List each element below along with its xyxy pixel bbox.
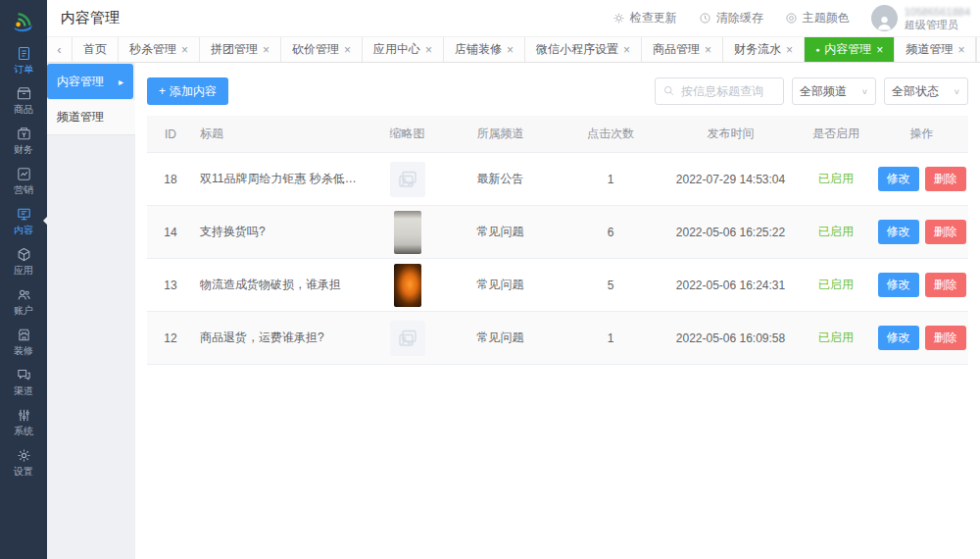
clear-cache-button[interactable]: 清除缓存	[699, 10, 763, 26]
col-channel: 所属频道	[444, 126, 557, 142]
close-tab-icon[interactable]: ×	[263, 43, 270, 57]
logo-signal-icon	[11, 7, 36, 32]
delete-button[interactable]: 删除	[925, 220, 966, 244]
close-tab-icon[interactable]: ×	[705, 43, 711, 57]
sidebar-item-marketing[interactable]: 营销	[0, 160, 47, 200]
sidebar-item-finance[interactable]: 财务	[0, 120, 47, 160]
tab-content-management[interactable]: ●内容管理×	[805, 37, 895, 62]
tabs-scroll-right-icon[interactable]: ›	[976, 37, 980, 62]
channel-filter-select[interactable]: 全部频道 ∨	[792, 77, 876, 105]
sidebar-item-system[interactable]: 系统	[0, 401, 47, 441]
app-logo[interactable]	[0, 0, 47, 39]
sidebar-item-label: 订单	[14, 64, 33, 75]
finance-wallet-icon	[16, 126, 32, 142]
edit-button[interactable]: 修改	[878, 273, 919, 297]
cell-actions: 修改 删除	[875, 326, 968, 350]
status-badge: 已启用	[797, 171, 875, 187]
tab-bargain[interactable]: 砍价管理×	[281, 37, 363, 62]
user-menu[interactable]: 10586561884 超级管理员	[871, 5, 970, 31]
cell-id: 18	[147, 173, 194, 186]
cell-id: 12	[147, 331, 194, 345]
table-header-row: ID 标题 缩略图 所属频道 点击次数 发布时间 是否启用 操作	[147, 116, 968, 153]
thumbnail-image-product	[394, 264, 421, 307]
sidebar-item-label: 商品	[14, 104, 33, 115]
clock-icon	[699, 12, 711, 25]
sidebar-item-decoration[interactable]: 装修	[0, 321, 47, 361]
close-tab-icon[interactable]: ×	[623, 43, 630, 57]
app-window: 订单 商品 财务 营销 内容 应用 账户 装修	[0, 0, 980, 559]
thumbnail-image-shirt	[394, 211, 421, 254]
sidebar-item-content[interactable]: 内容	[0, 200, 47, 240]
cell-published-at: 2022-05-06 16:09:58	[664, 331, 797, 345]
tab-groupbuy[interactable]: 拼团管理×	[200, 37, 281, 62]
marketing-chart-icon	[16, 166, 32, 182]
add-content-button[interactable]: + 添加内容	[147, 77, 228, 105]
cell-actions: 修改 删除	[875, 220, 968, 244]
gear-icon	[16, 447, 32, 464]
tab-seckill[interactable]: 秒杀管理×	[119, 37, 200, 62]
delete-button[interactable]: 删除	[925, 326, 966, 350]
tab-wechat-miniprogram[interactable]: 微信小程序设置×	[525, 37, 642, 62]
content-screen-icon	[16, 206, 32, 223]
theme-color-button[interactable]: 主题颜色	[785, 10, 850, 26]
sidebar-item-goods[interactable]: 商品	[0, 79, 47, 120]
tab-home[interactable]: 首页	[73, 37, 119, 62]
sidebar-item-settings[interactable]: 设置	[0, 441, 47, 482]
theme-color-label: 主题颜色	[803, 10, 850, 26]
delete-button[interactable]: 删除	[925, 273, 966, 297]
edit-button[interactable]: 修改	[878, 167, 919, 191]
cell-id: 14	[147, 226, 194, 239]
status-filter-select[interactable]: 全部状态 ∨	[884, 77, 968, 105]
delete-button[interactable]: 删除	[925, 167, 966, 191]
tab-app-center[interactable]: 应用中心×	[363, 37, 444, 62]
sidebar-item-label: 账户	[14, 305, 33, 316]
status-badge: 已启用	[797, 330, 875, 346]
sidebar-item-label: 财务	[14, 144, 33, 155]
tab-finance-flow[interactable]: 财务流水×	[723, 37, 805, 62]
status-badge: 已启用	[797, 277, 875, 293]
sidebar-item-orders[interactable]: 订单	[0, 39, 47, 79]
check-update-button[interactable]: 检查更新	[612, 10, 677, 26]
tabs-scroll-left-icon[interactable]: ‹	[47, 37, 73, 62]
edit-button[interactable]: 修改	[878, 220, 919, 244]
submenu-item-channel-management[interactable]: 频道管理	[47, 100, 135, 135]
edit-button[interactable]: 修改	[878, 326, 919, 350]
cell-published-at: 2022-05-06 16:25:22	[664, 226, 797, 239]
tab-channel-management[interactable]: 频道管理×	[895, 37, 976, 62]
tab-goods-management[interactable]: 商品管理×	[642, 37, 723, 62]
toolbar: + 添加内容 全部频道 ∨ 全部状态	[135, 63, 980, 116]
sliders-icon	[16, 407, 32, 424]
sidebar-item-channels[interactable]: 渠道	[0, 361, 47, 401]
tab-bar: ‹ 首页 秒杀管理× 拼团管理× 砍价管理× 应用中心× 店铺装修× 微信小程序…	[47, 37, 980, 63]
cell-actions: 修改 删除	[875, 167, 968, 191]
tab-shop-decoration[interactable]: 店铺装修×	[444, 37, 525, 62]
col-id: ID	[147, 127, 194, 141]
cell-thumbnail	[370, 264, 444, 307]
cell-channel: 最新公告	[444, 171, 557, 187]
table-row: 12 商品退货，运费谁承担? 常见问题 1 2022-05-06 16:09:5…	[147, 312, 968, 365]
cell-clicks: 1	[557, 173, 664, 186]
close-tab-icon[interactable]: ×	[786, 43, 793, 57]
cell-id: 13	[147, 279, 194, 292]
close-tab-icon[interactable]: ×	[425, 43, 432, 57]
cell-published-at: 2022-07-29 14:53:04	[664, 173, 797, 186]
close-tab-icon[interactable]: ×	[181, 43, 188, 57]
close-tab-icon[interactable]: ×	[876, 43, 883, 57]
close-tab-icon[interactable]: ×	[507, 43, 514, 57]
col-enabled: 是否启用	[797, 126, 875, 142]
submenu-item-content-management[interactable]: 内容管理 ▸	[47, 64, 133, 99]
close-tab-icon[interactable]: ×	[957, 43, 964, 57]
active-tab-dot: ●	[815, 46, 819, 53]
col-actions: 操作	[875, 126, 968, 142]
chevron-down-icon: ∨	[861, 87, 868, 96]
goods-box-icon	[16, 85, 32, 102]
update-gear-icon	[612, 12, 625, 25]
sidebar-item-accounts[interactable]: 账户	[0, 280, 47, 321]
secondary-sidebar: 内容管理 ▸ 频道管理	[47, 63, 135, 559]
sidebar-item-apps[interactable]: 应用	[0, 240, 47, 280]
submenu-arrow-icon: ▸	[119, 76, 123, 87]
order-icon	[16, 45, 32, 62]
user-role: 超级管理员	[905, 19, 970, 31]
close-tab-icon[interactable]: ×	[344, 43, 351, 57]
sidebar-item-label: 装修	[14, 345, 33, 356]
